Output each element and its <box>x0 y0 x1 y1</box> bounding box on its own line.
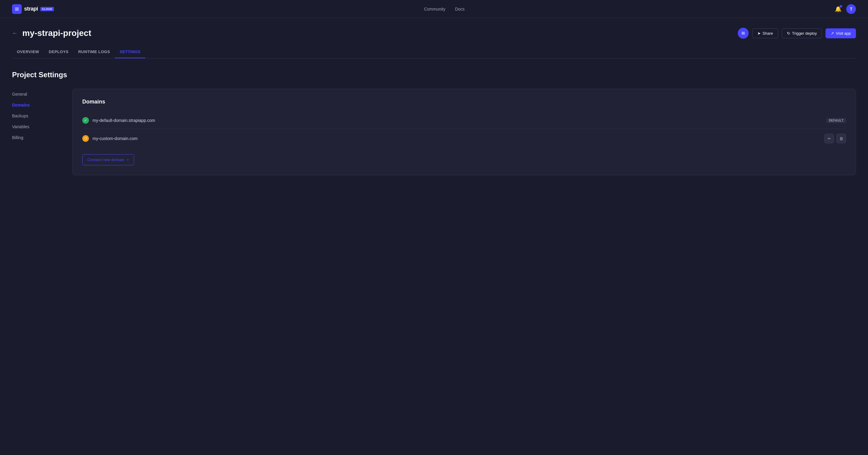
user-avatar[interactable]: T <box>846 4 856 14</box>
logo-text: strapi <box>24 6 38 12</box>
notification-dot <box>840 5 842 7</box>
tab-settings[interactable]: SETTINGS <box>115 46 145 58</box>
tabs: OVERVIEW DEPLOYS RUNTIME LOGS SETTINGS <box>12 46 856 59</box>
domain-item-custom: ⏱ my-custom-domain.com ✏ 🗑 <box>82 129 846 148</box>
sidebar-item-backups[interactable]: Backups <box>12 110 60 121</box>
main-content: ← my-strapi-project ➤ Share ↻ Trigger de… <box>0 18 868 188</box>
project-title-area: ← my-strapi-project <box>12 28 91 38</box>
share-label: Share <box>763 31 773 36</box>
project-title: my-strapi-project <box>22 28 91 38</box>
notification-icon[interactable]: 🔔 <box>835 6 841 12</box>
page-settings-title: Project Settings <box>12 70 856 79</box>
share-button[interactable]: ➤ Share <box>752 28 778 38</box>
trigger-deploy-label: Trigger deploy <box>792 31 817 36</box>
sidebar-item-domains[interactable]: Domains <box>12 99 60 110</box>
edit-domain-button[interactable]: ✏ <box>824 134 834 143</box>
trigger-deploy-icon: ↻ <box>787 31 790 36</box>
connect-domain-button[interactable]: Connect new domain + <box>82 154 134 165</box>
domain-item-default: ✓ my-default-domain.strapiapp.com DEFAUL… <box>82 112 846 129</box>
trash-icon: 🗑 <box>839 136 843 141</box>
back-button[interactable]: ← <box>12 30 18 36</box>
project-icon <box>738 28 749 39</box>
domain-name-custom: my-custom-domain.com <box>93 136 819 141</box>
header-nav: Community Docs <box>424 7 465 11</box>
sidebar-item-billing[interactable]: Billing <box>12 132 60 143</box>
visit-app-label: Visit app <box>836 31 851 36</box>
tab-deploys[interactable]: DEPLOYS <box>44 46 73 58</box>
nav-docs[interactable]: Docs <box>455 7 465 11</box>
share-icon: ➤ <box>757 31 761 36</box>
logo: strapi CLOUD <box>12 4 54 14</box>
tab-runtime-logs[interactable]: RUNTIME LOGS <box>73 46 115 58</box>
domain-status-pending-icon: ⏱ <box>82 135 89 142</box>
tab-overview[interactable]: OVERVIEW <box>12 46 44 58</box>
project-header: ← my-strapi-project ➤ Share ↻ Trigger de… <box>12 18 856 46</box>
domain-badge-default: DEFAULT <box>827 118 846 123</box>
domains-title: Domains <box>82 99 846 105</box>
header-actions: 🔔 T <box>835 4 856 14</box>
settings-sidebar: General Domains Backups Variables Billin… <box>12 89 60 175</box>
plus-icon: + <box>127 158 129 162</box>
trigger-deploy-button[interactable]: ↻ Trigger deploy <box>782 28 822 38</box>
nav-community[interactable]: Community <box>424 7 445 11</box>
visit-app-icon: ↗ <box>831 31 834 36</box>
domain-status-success-icon: ✓ <box>82 117 89 124</box>
connect-domain-label: Connect new domain <box>87 158 124 162</box>
domains-panel: Domains ✓ my-default-domain.strapiapp.co… <box>72 89 856 175</box>
edit-icon: ✏ <box>828 136 831 141</box>
sidebar-item-variables[interactable]: Variables <box>12 121 60 132</box>
page-content: Project Settings General Domains Backups… <box>12 59 856 188</box>
logo-icon <box>12 4 22 14</box>
visit-app-button[interactable]: ↗ Visit app <box>826 28 856 38</box>
header: strapi CLOUD Community Docs 🔔 T <box>0 0 868 18</box>
logo-badge: CLOUD <box>40 7 54 11</box>
project-actions: ➤ Share ↻ Trigger deploy ↗ Visit app <box>738 28 856 39</box>
settings-layout: General Domains Backups Variables Billin… <box>12 89 856 175</box>
domain-name-default: my-default-domain.strapiapp.com <box>93 118 823 123</box>
sidebar-item-general[interactable]: General <box>12 89 60 99</box>
delete-domain-button[interactable]: 🗑 <box>836 134 846 143</box>
domain-actions: ✏ 🗑 <box>824 134 846 143</box>
